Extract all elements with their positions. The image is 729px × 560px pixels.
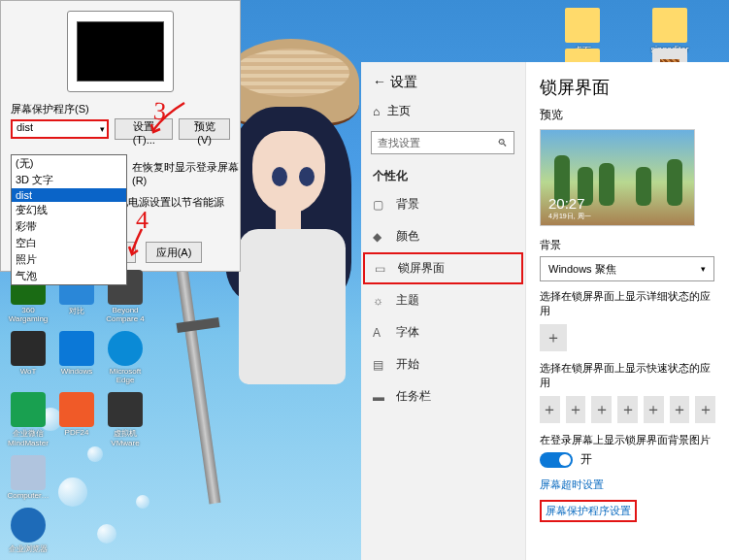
settings-main: 锁屏界面 预览 20:27 4月19日, 周一 背景 Windows 聚焦 ▾ … — [526, 62, 729, 560]
preview-decoration — [636, 167, 651, 206]
character-shirt — [239, 229, 346, 384]
desktop-left-icons: 360 Wargaming 对比 Beyond Compare 4 WoT Wi… — [6, 270, 148, 560]
sidebar-item-fonts[interactable]: A字体 — [361, 316, 525, 348]
dropdown-option[interactable]: 彩带 — [12, 218, 126, 235]
picture-icon: ▢ — [373, 198, 386, 212]
dropdown-option-selected[interactable]: dist — [12, 188, 126, 202]
add-quick-app-button[interactable]: ＋ — [540, 396, 560, 423]
app-icon — [11, 392, 46, 427]
search-input[interactable]: 查找设置 🔍︎ — [371, 131, 514, 154]
page-title: 锁屏界面 — [540, 76, 715, 99]
resume-login-checkbox-label[interactable]: 在恢复时显示登录屏幕(R) — [132, 160, 240, 186]
dropdown-option[interactable]: 变幻线 — [12, 202, 126, 218]
add-quick-app-button[interactable]: ＋ — [591, 396, 612, 423]
preview-screen — [77, 21, 164, 82]
desktop-icon[interactable]: 企业浏览器 — [6, 508, 50, 554]
sidebar-item-lockscreen[interactable]: ▭锁屏界面 — [363, 252, 523, 284]
add-quick-app-button[interactable]: ＋ — [566, 396, 586, 423]
sidebar-item-themes[interactable]: ☼主题 — [361, 284, 525, 316]
sidebar-item-start[interactable]: ▤开始 — [361, 348, 525, 380]
app-icon — [11, 331, 46, 366]
app-icon — [59, 392, 94, 427]
add-quick-app-button[interactable]: ＋ — [695, 396, 715, 423]
home-icon: ⌂ — [373, 105, 380, 118]
app-icon — [11, 508, 46, 543]
screensaver-dialog: 屏幕保护程序(S) dist ▾ 设置(T)... 预览(V) (无) 3D 文… — [0, 0, 241, 272]
sidebar-item-taskbar[interactable]: ▬任务栏 — [361, 380, 525, 412]
palette-icon: ◆ — [373, 230, 386, 244]
select-value: Windows 聚焦 — [548, 262, 616, 277]
screensaver-settings-button[interactable]: 设置(T)... — [115, 118, 173, 140]
monitor-preview — [67, 11, 174, 92]
character-sword — [172, 234, 221, 505]
sidebar-item-background[interactable]: ▢背景 — [361, 188, 525, 220]
preview-decoration — [599, 163, 614, 206]
theme-icon: ☼ — [373, 294, 386, 308]
desktop-icon[interactable]: Windows — [54, 331, 99, 384]
character-eye — [299, 167, 315, 186]
login-bg-toggle[interactable] — [540, 452, 573, 468]
search-icon: 🔍︎ — [497, 137, 508, 148]
login-bg-label: 在登录屏幕上显示锁屏界面背景图片 — [540, 433, 715, 447]
preview-date: 4月19日, 周一 — [548, 212, 591, 221]
font-icon: A — [373, 326, 386, 340]
dropdown-option[interactable]: 3D 文字 — [12, 172, 126, 188]
settings-sidebar: ← 设置 ⌂主页 查找设置 🔍︎ 个性化 ▢背景 ◆颜色 ▭锁屏界面 ☼主题 A… — [361, 62, 526, 560]
desktop-icon[interactable]: PDF24 — [54, 392, 99, 447]
add-quick-app-button[interactable]: ＋ — [670, 396, 690, 423]
dropdown-option[interactable]: (无) — [12, 155, 126, 172]
taskbar-icon: ▬ — [373, 390, 386, 404]
screensaver-preview-button[interactable]: 预览(V) — [179, 118, 230, 140]
screensaver-select[interactable]: dist ▾ — [11, 119, 109, 139]
lockscreen-preview: 20:27 4月19日, 周一 — [540, 129, 695, 226]
settings-window: ← 设置 ⌂主页 查找设置 🔍︎ 个性化 ▢背景 ◆颜色 ▭锁屏界面 ☼主题 A… — [361, 62, 729, 560]
background-select[interactable]: Windows 聚焦 ▾ — [540, 256, 714, 281]
preview-decoration — [667, 159, 682, 206]
dropdown-option[interactable]: 空白 — [12, 235, 126, 251]
app-icon — [11, 455, 46, 490]
sidebar-home[interactable]: ⌂主页 — [361, 97, 525, 125]
preview-label: 预览 — [540, 107, 715, 123]
screensaver-settings-link[interactable]: 屏幕保护程序设置 — [540, 500, 637, 522]
add-quick-app-button[interactable]: ＋ — [644, 396, 664, 423]
lock-icon: ▭ — [375, 262, 388, 276]
folder-icon — [652, 8, 687, 43]
background-label: 背景 — [540, 238, 715, 252]
desktop-icon[interactable]: 虚拟机VMware — [103, 392, 148, 447]
desktop-icon[interactable]: Microsoft Edge — [103, 331, 148, 384]
back-button[interactable]: ← 设置 — [361, 68, 525, 97]
sidebar-section-title: 个性化 — [361, 160, 525, 188]
chevron-down-icon: ▾ — [100, 124, 105, 134]
desktop-icon[interactable]: Computer… — [6, 455, 50, 500]
start-icon: ▤ — [373, 358, 386, 372]
quick-apps-label: 选择在锁屏界面上显示快速状态的应用 — [540, 361, 715, 390]
screensaver-section-label: 屏幕保护程序(S) — [11, 102, 240, 116]
search-placeholder: 查找设置 — [378, 136, 420, 150]
toggle-state: 开 — [580, 451, 592, 468]
folder-icon — [565, 8, 600, 43]
chevron-down-icon: ▾ — [701, 264, 706, 274]
apply-button[interactable]: 应用(A) — [146, 242, 203, 263]
select-value: dist — [13, 119, 37, 135]
dropdown-option[interactable]: 照片 — [12, 251, 126, 268]
sidebar-item-colors[interactable]: ◆颜色 — [361, 220, 525, 252]
add-detail-app-button[interactable]: ＋ — [540, 324, 567, 351]
desktop-icon[interactable]: 企业微信 MindMaster — [6, 392, 50, 447]
add-quick-app-button[interactable]: ＋ — [617, 396, 638, 423]
dropdown-option[interactable]: 气泡 — [12, 268, 126, 284]
app-icon — [108, 331, 143, 366]
preview-clock: 20:27 — [548, 195, 585, 212]
app-icon — [59, 331, 94, 366]
character-eye — [272, 167, 287, 186]
detail-apps-label: 选择在锁屏界面上显示详细状态的应用 — [540, 289, 715, 318]
screen-timeout-link[interactable]: 屏幕超时设置 — [540, 478, 715, 492]
character-face — [252, 131, 325, 214]
app-icon — [108, 392, 143, 427]
desktop-icon[interactable]: WoT — [6, 331, 50, 384]
screensaver-dropdown[interactable]: (无) 3D 文字 dist 变幻线 彩带 空白 照片 气泡 — [11, 154, 127, 285]
